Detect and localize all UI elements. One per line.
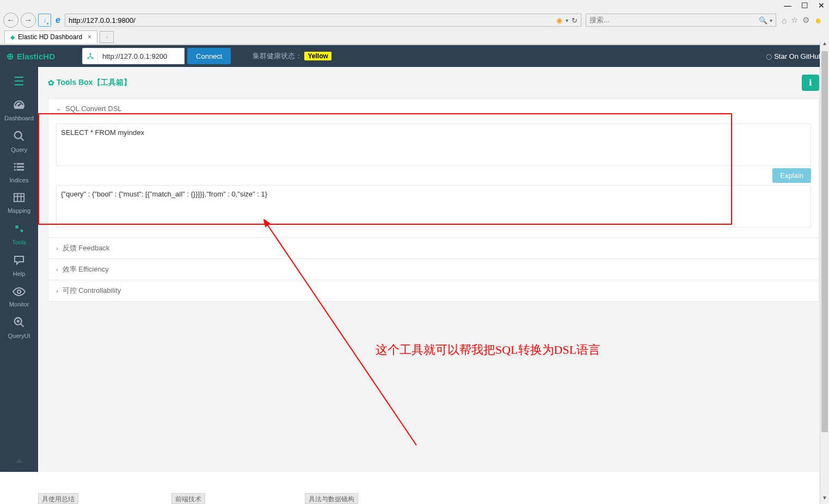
explain-button[interactable]: Explain bbox=[772, 168, 811, 183]
svg-point-13 bbox=[17, 290, 21, 293]
sidebar-toggle-icon[interactable]: ☰ bbox=[14, 75, 24, 89]
window-controls: — ☐ ✕ bbox=[0, 0, 829, 11]
search-icon[interactable]: 🔍 bbox=[759, 16, 767, 24]
search-input[interactable]: 搜索... 🔍 ▾ bbox=[586, 14, 776, 27]
chevron-right-icon: › bbox=[56, 287, 58, 294]
browser-tab[interactable]: ◆ Elastic HD Dashboard × bbox=[4, 30, 97, 44]
emoji-icon[interactable]: ☻ bbox=[814, 16, 822, 25]
connection-url-input[interactable] bbox=[97, 48, 185, 64]
scrollbar-thumb[interactable] bbox=[821, 51, 828, 432]
address-bar-row: ← → ↓ e http://127.0.0.1:9800/ ◉ ▾ ↻ 搜索.… bbox=[0, 11, 829, 29]
maximize-button[interactable]: ☐ bbox=[801, 1, 808, 10]
gear-icon: ✿ bbox=[48, 78, 54, 87]
bg-fragment: 前端技术 bbox=[171, 493, 205, 504]
cluster-status-badge: Yellow bbox=[304, 52, 331, 60]
tab-favicon-icon: ◆ bbox=[10, 34, 15, 41]
connect-button[interactable]: Connect bbox=[187, 48, 231, 64]
dashboard-icon bbox=[0, 99, 38, 114]
info-button[interactable]: ℹ bbox=[802, 75, 819, 91]
svg-point-3 bbox=[15, 132, 22, 139]
close-window-button[interactable]: ✕ bbox=[818, 1, 825, 10]
minimize-button[interactable]: — bbox=[784, 1, 791, 10]
compat-icon[interactable]: ◉ bbox=[556, 16, 562, 24]
sidebar-item-mapping[interactable]: Mapping bbox=[0, 188, 38, 218]
dsl-output[interactable] bbox=[56, 185, 811, 228]
sql-section-header[interactable]: ⌄ SQL Convert DSL bbox=[48, 99, 819, 118]
svg-point-2 bbox=[91, 58, 93, 59]
back-button[interactable]: ← bbox=[3, 13, 19, 28]
new-tab-button[interactable]: ▫ bbox=[100, 31, 114, 43]
scroll-down-icon[interactable]: ▼ bbox=[820, 495, 829, 504]
tab-strip: ◆ Elastic HD Dashboard × ▫ bbox=[0, 29, 829, 45]
section-title: 反馈 Feedback bbox=[63, 243, 110, 253]
github-label: Star On GitHub bbox=[774, 52, 822, 60]
sidebar-item-tools[interactable]: Tools bbox=[0, 218, 38, 250]
tab-close-icon[interactable]: × bbox=[88, 33, 91, 41]
search-icon bbox=[0, 130, 38, 145]
brand: ⊕ ElasticHD bbox=[7, 51, 55, 62]
sidebar-item-label: QueryUI bbox=[8, 333, 30, 339]
sidebar-item-help[interactable]: Help bbox=[0, 250, 38, 281]
url-input[interactable]: http://127.0.0.1:9800/ ◉ ▾ ↻ bbox=[65, 14, 581, 27]
sidebar-item-indices[interactable]: Indices bbox=[0, 157, 38, 188]
sidebar-item-label: Query bbox=[11, 146, 27, 153]
info-icon: ℹ bbox=[809, 78, 812, 88]
chevron-down-icon: ⌄ bbox=[56, 105, 61, 112]
svg-rect-6 bbox=[14, 166, 16, 168]
sidebar-item-queryui[interactable]: QueryUI bbox=[0, 312, 38, 343]
svg-rect-9 bbox=[16, 169, 24, 171]
home-icon[interactable]: ⌂ bbox=[782, 16, 787, 25]
table-icon bbox=[0, 192, 38, 206]
settings-gear-icon[interactable]: ⚙ bbox=[802, 15, 809, 25]
annotation-text: 这个工具就可以帮我把SQL转换为DSL语言 bbox=[376, 342, 600, 358]
search-placeholder: 搜索... bbox=[589, 15, 610, 25]
main-layout: ☰ Dashboard Query Indices Mapping Tools … bbox=[0, 67, 829, 472]
feedback-section-header[interactable]: › 反馈 Feedback bbox=[48, 237, 819, 259]
browser-chrome: — ☐ ✕ ← → ↓ e http://127.0.0.1:9800/ ◉ ▾… bbox=[0, 0, 829, 45]
section-title: 可控 Controllability bbox=[63, 286, 121, 296]
sidebar: ☰ Dashboard Query Indices Mapping Tools … bbox=[0, 67, 38, 472]
refresh-icon[interactable]: ↻ bbox=[572, 16, 578, 24]
forward-button[interactable]: → bbox=[21, 13, 36, 28]
github-icon: ◌ bbox=[766, 52, 772, 60]
url-dropdown-icon[interactable]: ▾ bbox=[566, 17, 568, 23]
app-topbar: ⊕ ElasticHD Connect 集群健康状态： Yellow ◌ Sta… bbox=[0, 45, 829, 67]
svg-point-1 bbox=[87, 58, 88, 59]
sidebar-item-monitor[interactable]: Monitor bbox=[0, 281, 38, 312]
tab-title: Elastic HD Dashboard bbox=[18, 33, 82, 41]
svg-point-12 bbox=[21, 230, 23, 232]
sidebar-item-label: Mapping bbox=[8, 207, 30, 214]
browser-tool-icons: ⌂ ☆ ⚙ ☻ bbox=[778, 15, 826, 25]
svg-rect-8 bbox=[14, 169, 16, 171]
sidebar-item-label: Help bbox=[13, 271, 26, 277]
sidebar-item-query[interactable]: Query bbox=[0, 126, 38, 157]
connection-group: Connect bbox=[82, 48, 231, 64]
scroll-up-icon[interactable]: ▲ bbox=[820, 40, 829, 50]
page-scrollbar[interactable]: ▲ ▼ bbox=[820, 40, 829, 504]
refresh-button[interactable]: ↓ bbox=[38, 14, 51, 27]
svg-rect-4 bbox=[14, 163, 16, 165]
search-dropdown-icon[interactable]: ▾ bbox=[770, 17, 772, 23]
page-title: ✿ Tools Box【工具箱】 bbox=[48, 78, 131, 88]
brand-icon: ⊕ bbox=[7, 51, 14, 62]
sidebar-item-label: Indices bbox=[10, 177, 29, 183]
content-area: ✿ Tools Box【工具箱】 ℹ ⌄ SQL Convert DSL Exp… bbox=[38, 67, 829, 472]
svg-rect-7 bbox=[16, 166, 24, 168]
cluster-status-label: 集群健康状态： bbox=[253, 51, 302, 61]
bg-fragment: 具法与数据镜构 bbox=[305, 493, 358, 504]
efficiency-section-header[interactable]: › 效率 Efficiency bbox=[48, 259, 819, 280]
sidebar-item-dashboard[interactable]: Dashboard bbox=[0, 94, 38, 126]
svg-rect-5 bbox=[16, 163, 24, 165]
svg-point-0 bbox=[89, 53, 90, 54]
sql-section-body: Explain bbox=[48, 118, 819, 237]
sql-input[interactable] bbox=[56, 124, 811, 166]
sidebar-item-label: Monitor bbox=[9, 301, 29, 308]
controllability-section-header[interactable]: › 可控 Controllability bbox=[48, 280, 819, 301]
connection-prefix-icon bbox=[82, 48, 97, 64]
favorites-icon[interactable]: ☆ bbox=[791, 15, 798, 25]
chevron-right-icon: › bbox=[56, 266, 58, 273]
star-github-link[interactable]: ◌ Star On GitHub bbox=[766, 52, 822, 60]
list-icon bbox=[0, 162, 38, 176]
tools-panel: ⌄ SQL Convert DSL Explain › 反馈 Feedback … bbox=[48, 99, 819, 302]
sidebar-item-label: Tools bbox=[12, 239, 26, 245]
